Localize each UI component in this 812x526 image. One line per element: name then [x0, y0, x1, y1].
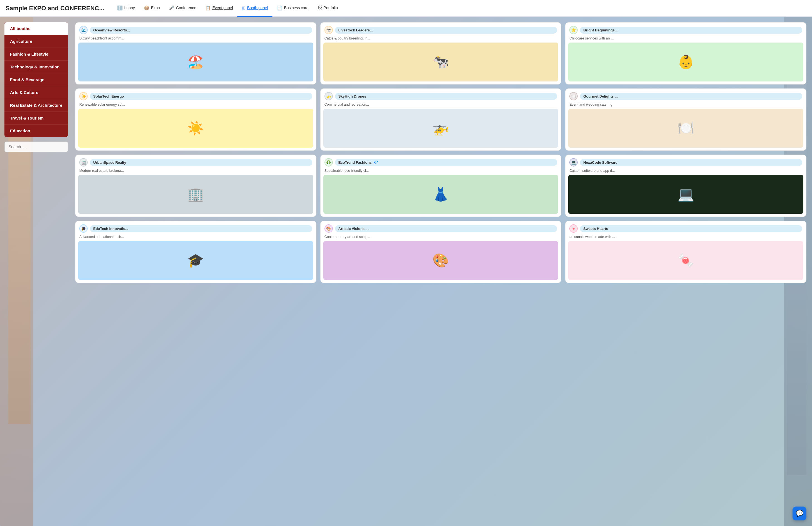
- booth-image-icon-5: 🚁: [432, 120, 449, 136]
- booth-header-1: 🌊 OceanView Resorts...: [75, 22, 316, 36]
- booth-image-12: 🍬: [568, 241, 803, 280]
- booth-image-icon-6: 🍽️: [678, 120, 694, 136]
- nav-label-booth-panel: Booth panel: [247, 5, 268, 10]
- booth-name-10: EduTech Innovatio...: [93, 227, 128, 231]
- portfolio-icon: 🖼: [318, 5, 322, 10]
- booth-card-11[interactable]: 🎨 Artistic Visions ... Contemporary art …: [320, 221, 562, 283]
- sidebar-item-food[interactable]: Food & Beverage: [4, 73, 68, 86]
- booth-logo-7: 🏢: [79, 158, 88, 167]
- sidebar-item-agriculture[interactable]: Agriculture: [4, 35, 68, 48]
- booth-image-icon-9: 💻: [678, 186, 694, 202]
- booth-image-1: 🏖️: [78, 43, 313, 81]
- booth-image-5: 🚁: [323, 109, 559, 148]
- booth-name-badge-6: Gourmet Delights ...: [580, 93, 802, 100]
- booth-name-6: Gourmet Delights ...: [583, 94, 618, 99]
- booth-card-3[interactable]: ⭐ Bright Beginnings... Childcare service…: [565, 22, 807, 85]
- booth-logo-5: 🚁: [324, 92, 333, 100]
- search-input[interactable]: [4, 141, 68, 152]
- booth-name-5: SkyHigh Drones: [338, 94, 366, 99]
- premium-icon: 💎: [374, 160, 378, 165]
- nav-label-portfolio: Portfolio: [324, 5, 338, 10]
- booth-name-badge-9: NexaCode Software: [580, 159, 802, 166]
- sidebar-item-education[interactable]: Education: [4, 124, 68, 137]
- booth-card-1[interactable]: 🌊 OceanView Resorts... Luxury beachfront…: [75, 22, 316, 85]
- booth-image-icon-1: 🏖️: [187, 54, 204, 70]
- booth-header-6: 🍽️ Gourmet Delights ...: [565, 89, 806, 103]
- booth-name-8: EcoTrend Fashions: [338, 161, 372, 165]
- app-title: Sample EXPO and CONFERENC...: [5, 5, 104, 12]
- booth-card-6[interactable]: 🍽️ Gourmet Delights ... Event and weddin…: [565, 88, 807, 151]
- booth-logo-2: 🐄: [324, 26, 333, 34]
- lobby-icon: ℹ️: [117, 5, 123, 11]
- booth-name-3: Bright Beginnings...: [583, 28, 618, 32]
- sidebar-item-arts[interactable]: Arts & Culture: [4, 86, 68, 99]
- booth-name-4: SolarTech Energo: [93, 94, 124, 99]
- booth-image-icon-4: ☀️: [187, 120, 204, 136]
- booth-image-9: 💻: [568, 175, 803, 214]
- booth-name-badge-7: UrbanSpace Realty: [90, 159, 312, 166]
- booth-desc-12: artisanal sweets made with ...: [565, 235, 806, 241]
- booth-desc-9: Custom software and app d...: [565, 169, 806, 175]
- conference-icon: 🎤: [169, 5, 174, 11]
- main-nav: ℹ️Lobby📦Expo🎤Conference📋Event panel⊞Boot…: [113, 0, 807, 17]
- booth-image-10: 🎓: [78, 241, 313, 280]
- booth-header-10: 🎓 EduTech Innovatio...: [75, 221, 316, 235]
- business-card-icon: 📄: [277, 5, 282, 11]
- booth-name-badge-8: EcoTrend Fashions 💎: [335, 159, 557, 166]
- booth-header-2: 🐄 Livestock Leaders...: [321, 22, 561, 36]
- sidebar-item-all-booths[interactable]: All booths: [4, 22, 68, 35]
- booth-name-9: NexaCode Software: [583, 161, 617, 165]
- booth-header-11: 🎨 Artistic Visions ...: [321, 221, 561, 235]
- booth-name-badge-1: OceanView Resorts...: [90, 27, 312, 34]
- booth-name-badge-4: SolarTech Energo: [90, 93, 312, 100]
- booth-name-1: OceanView Resorts...: [93, 28, 130, 32]
- booth-image-6: 🍽️: [568, 109, 803, 148]
- booth-grid: 🌊 OceanView Resorts... Luxury beachfront…: [75, 22, 807, 283]
- booth-name-2: Livestock Leaders...: [338, 28, 373, 32]
- booth-header-5: 🚁 SkyHigh Drones: [321, 89, 561, 103]
- nav-label-conference: Conference: [176, 5, 196, 10]
- booth-image-icon-3: 👶: [678, 54, 694, 70]
- booth-desc-4: Renewable solar energy sol...: [75, 103, 316, 109]
- booth-name-7: UrbanSpace Realty: [93, 161, 126, 165]
- nav-item-event-panel[interactable]: 📋Event panel: [201, 0, 237, 17]
- booth-image-icon-7: 🏢: [187, 186, 204, 202]
- booth-card-2[interactable]: 🐄 Livestock Leaders... Cattle & poultry …: [320, 22, 562, 85]
- booth-name-badge-12: Sweets Hearts: [580, 225, 802, 232]
- booth-name-11: Artistic Visions ...: [338, 227, 369, 231]
- nav-item-expo[interactable]: 📦Expo: [140, 0, 164, 17]
- booth-desc-6: Event and wedding catering: [565, 103, 806, 109]
- booth-desc-8: Sustainable, eco-friendly cl...: [321, 169, 561, 175]
- booth-image-icon-12: 🍬: [678, 253, 694, 268]
- booth-name-12: Sweets Hearts: [583, 227, 608, 231]
- booth-desc-10: Advanced educational tech...: [75, 235, 316, 241]
- nav-item-portfolio[interactable]: 🖼Portfolio: [313, 0, 342, 17]
- nav-item-conference[interactable]: 🎤Conference: [164, 0, 201, 17]
- nav-item-lobby[interactable]: ℹ️Lobby: [113, 0, 140, 17]
- nav-label-lobby: Lobby: [125, 5, 135, 10]
- booth-name-badge-3: Bright Beginnings...: [580, 27, 802, 34]
- sidebar-item-travel[interactable]: Travel & Tourism: [4, 112, 68, 124]
- sidebar-item-real-estate[interactable]: Real Estate & Architecture: [4, 99, 68, 112]
- booth-desc-2: Cattle & poultry breeding, in...: [321, 36, 561, 43]
- sidebar-item-fashion[interactable]: Fashion & Lifestyle: [4, 48, 68, 61]
- booth-name-badge-10: EduTech Innovatio...: [90, 225, 312, 232]
- main-content: All boothsAgricultureFashion & Lifestyle…: [0, 17, 812, 526]
- sidebar-item-technology[interactable]: Technology & Innovation: [4, 61, 68, 73]
- nav-item-booth-panel[interactable]: ⊞Booth panel: [237, 0, 272, 17]
- chat-button[interactable]: 💬: [793, 507, 807, 521]
- booth-desc-7: Modern real estate brokera...: [75, 169, 316, 175]
- booth-image-3: 👶: [568, 43, 803, 81]
- booth-card-9[interactable]: 💻 NexaCode Software Custom software and …: [565, 154, 807, 217]
- booth-logo-9: 💻: [569, 158, 578, 167]
- booth-card-10[interactable]: 🎓 EduTech Innovatio... Advanced educatio…: [75, 221, 316, 283]
- sidebar: All boothsAgricultureFashion & Lifestyle…: [0, 17, 72, 526]
- booth-card-8[interactable]: ♻️ EcoTrend Fashions 💎 Sustainable, eco-…: [320, 154, 562, 217]
- booth-desc-3: Childcare services with an ...: [565, 36, 806, 43]
- booth-card-5[interactable]: 🚁 SkyHigh Drones Commercial and recreati…: [320, 88, 562, 151]
- nav-label-business-card: Business card: [284, 5, 309, 10]
- nav-item-business-card[interactable]: 📄Business card: [272, 0, 313, 17]
- booth-card-12[interactable]: 🍬 Sweets Hearts artisanal sweets made wi…: [565, 221, 807, 283]
- booth-card-4[interactable]: ☀️ SolarTech Energo Renewable solar ener…: [75, 88, 316, 151]
- booth-card-7[interactable]: 🏢 UrbanSpace Realty Modern real estate b…: [75, 154, 316, 217]
